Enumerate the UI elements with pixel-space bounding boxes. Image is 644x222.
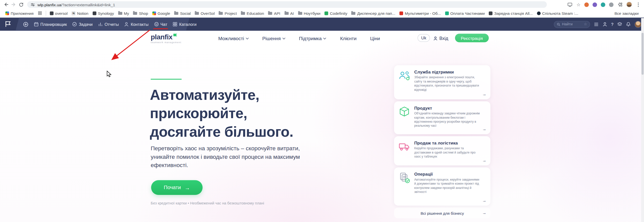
login-user-icon [433, 36, 438, 40]
url-domain: wlp.planfix.ua [37, 2, 61, 7]
card-title: Продукт [414, 105, 486, 110]
address-bar[interactable]: wlp.planfix.ua/?action=externallink&id=l… [27, 1, 547, 8]
google-grid-icon [152, 11, 156, 15]
forward-button[interactable] [10, 1, 17, 8]
all-bookmarks-button[interactable]: Все закладки [612, 11, 641, 15]
bookmark-folder[interactable]: Shop [131, 11, 150, 15]
planfix-website: planfix teamwork management Можливості Р… [0, 31, 644, 222]
folder-icon [351, 12, 355, 15]
user-avatar[interactable] [634, 21, 641, 28]
extension-icon-2[interactable] [593, 2, 597, 7]
bookmark-item[interactable]: Мультиметри - Об... [397, 11, 443, 15]
bookmark-folder[interactable]: Google [150, 11, 172, 15]
browser-menu-icon[interactable]: ⋮ [636, 2, 641, 7]
bookmark-folder[interactable]: Education [239, 11, 266, 15]
card-text: Об'єднайте команду завдяки чітким дорожн… [414, 112, 486, 128]
language-selector[interactable]: Uk [417, 34, 430, 42]
nav-item-chat[interactable]: Чат [154, 22, 167, 27]
bookmark-item[interactable]: Synology [90, 11, 116, 15]
signup-button[interactable]: Реєстрація [455, 34, 489, 42]
bookmark-folder[interactable]: Social [172, 11, 193, 15]
folder-icon [174, 12, 178, 15]
nav-item-reports[interactable]: Отчеты [98, 22, 119, 27]
nav-item-contacts[interactable]: Контакты [124, 22, 148, 27]
card-text: Збирайте звернення з електронної пошти, … [414, 76, 486, 92]
steam-favicon [537, 11, 541, 15]
bookmark-item[interactable]: Спільнота Steam :... [535, 11, 580, 15]
extension-icon-4[interactable] [609, 2, 614, 7]
planfix-flag-logo[interactable] [5, 21, 12, 29]
extension-icon-3[interactable] [601, 2, 605, 7]
hero-title-line3: досягайте більшого. [150, 122, 293, 141]
bookmark-star-icon[interactable]: ☆ [576, 2, 580, 7]
user-icon[interactable] [602, 22, 607, 27]
help-icon[interactable]: ? [611, 22, 614, 27]
bookmark-folder[interactable]: AI [282, 11, 296, 15]
card-operations[interactable]: Операції Автоматизуйте процеси, керуйте … [394, 167, 491, 205]
bookmark-folder[interactable]: My [116, 11, 131, 15]
chevron-down-icon [323, 37, 326, 40]
planfix-topbar: Планировщик Задачи Отчеты Контакты Чат К… [0, 18, 644, 31]
solution-cards: Служба підтримки Збирайте звернення з ел… [394, 65, 491, 218]
site-logo-text: planfix [151, 34, 172, 41]
bookmark-item[interactable]: NNotion [70, 11, 90, 15]
folder-icon [268, 12, 272, 15]
bookmark-folder[interactable]: OverSol [193, 11, 217, 15]
nav-item-planner[interactable]: Планировщик [34, 22, 67, 27]
folder-icon [118, 12, 122, 15]
card-text: Керуйте продажами, рахунками та доставка… [414, 146, 486, 159]
bookmark-item[interactable]: Оплата Частинами [443, 11, 487, 15]
start-button[interactable]: Почати → [151, 180, 203, 195]
bookmark-item[interactable]: Зарядна станція All... [487, 11, 535, 15]
bookmark-folder[interactable]: Ноутбуки [296, 11, 323, 15]
back-icon [3, 2, 9, 8]
search-icon [557, 22, 560, 26]
nav-item-catalogs[interactable]: Каталоги [173, 22, 196, 27]
login-button[interactable]: Вхід [433, 36, 448, 41]
card-sales-logistics[interactable]: Продаж та логістика Керуйте продажами, р… [394, 136, 491, 165]
product-icon [398, 105, 410, 118]
favicon [50, 11, 53, 15]
search-star-icon[interactable]: ☆ [584, 22, 587, 26]
layers-icon[interactable] [617, 22, 622, 27]
bookmark-folder[interactable]: Project [217, 11, 239, 15]
site-logo[interactable]: planfix teamwork management [151, 34, 181, 43]
sales-icon [398, 140, 410, 153]
menu-icon[interactable] [594, 22, 599, 27]
card-product[interactable]: Продукт Об'єднайте команду завдяки чітки… [394, 101, 491, 134]
bookmarks-grid-button[interactable] [36, 11, 44, 15]
all-solutions-button[interactable]: Всі рішення для бізнесу → [394, 208, 491, 218]
scrollbar[interactable] [641, 18, 644, 222]
site-nav-solutions[interactable]: Рішення [262, 36, 285, 41]
card-support[interactable]: Служба підтримки Збирайте звернення з ел… [394, 65, 491, 99]
browser-profile-avatar[interactable] [626, 2, 632, 8]
bookmark-folder[interactable]: API [266, 11, 282, 15]
hero-subtitle: Перетворіть хаос на зрозумілість – скоро… [151, 144, 319, 169]
reload-button[interactable] [17, 1, 25, 8]
site-nav-clients[interactable]: Клієнти [340, 36, 356, 41]
site-logo-tagline: teamwork management [151, 41, 181, 44]
browser-toolbar: wlp.planfix.ua/?action=externallink&id=l… [0, 0, 644, 9]
add-button[interactable] [23, 22, 28, 27]
arrow-right-icon: → [185, 184, 190, 191]
bookmark-item-apps[interactable]: Приложения [3, 11, 36, 15]
bookmark-folder[interactable]: Диспенсер для пап... [349, 11, 397, 15]
bell-icon[interactable] [626, 22, 631, 27]
scrollbar-thumb[interactable] [641, 33, 643, 75]
bookmark-item[interactable]: oversol [48, 11, 70, 15]
share-icon[interactable] [567, 2, 573, 7]
tune-icon [30, 2, 35, 7]
site-nav-pricing[interactable]: Ціни [370, 36, 380, 41]
forward-icon [11, 2, 17, 8]
extensions-puzzle-icon[interactable] [617, 2, 622, 7]
site-nav-features[interactable]: Можливості [218, 36, 248, 41]
site-nav-support[interactable]: Підтримка [299, 36, 326, 41]
planfix-search-input[interactable]: Найти ☆ [554, 21, 590, 28]
extension-icon-1[interactable] [584, 2, 589, 7]
bookmark-item[interactable]: Codefinity [323, 11, 349, 15]
notion-favicon: N [72, 11, 76, 15]
nav-item-tasks[interactable]: Задачи [72, 22, 92, 27]
reload-icon [18, 2, 24, 7]
back-button[interactable] [3, 1, 10, 8]
arrow-right-icon: → [482, 210, 486, 215]
